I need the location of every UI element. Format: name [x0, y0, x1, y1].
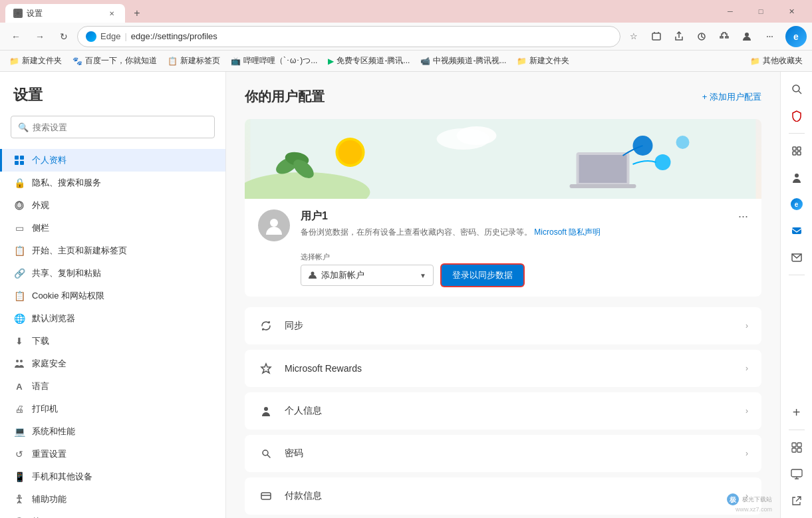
profile-banner	[245, 119, 761, 199]
sidebar-item-startpage[interactable]: 📋 开始、主页和新建标签页	[0, 239, 225, 262]
minimize-button[interactable]: ─	[715, 0, 745, 23]
active-tab[interactable]: 设置 ✕	[5, 4, 125, 23]
sidebar-item-family-label: 家庭安全	[32, 358, 67, 370]
bookmarks-end: 📁 其他收藏夹	[746, 53, 807, 69]
panel-outlook-button[interactable]	[785, 219, 809, 243]
sidebar-item-appearance-label: 外观	[32, 199, 49, 211]
sidebar-item-reset-label: 重置设置	[32, 448, 67, 460]
more-tools-button[interactable]: ···	[759, 26, 780, 47]
browser-essentials-button[interactable]	[691, 26, 712, 47]
bookmark-label: 新建文件夹	[529, 55, 569, 66]
tab-close-button[interactable]: ✕	[106, 8, 117, 19]
panel-add-button[interactable]: +	[785, 400, 809, 424]
sidebar-item-appearance[interactable]: 外观	[0, 194, 225, 217]
profile-more-menu[interactable]: ···	[738, 209, 748, 223]
share-button[interactable]	[668, 26, 690, 47]
search-box[interactable]: 🔍	[11, 116, 215, 138]
bookmark-item-folder2[interactable]: 📁 新建文件夹	[513, 53, 573, 69]
bookmark-item-tencent2[interactable]: 📹 中视频频道-腾讯视...	[416, 53, 510, 69]
account-dropdown[interactable]: 添加新帐户 ▼	[301, 265, 434, 286]
panel-external-button[interactable]	[785, 489, 809, 513]
panel-edge-button[interactable]: e	[785, 192, 809, 216]
settings-item-personal-info[interactable]: 个人信息 ›	[245, 392, 761, 430]
refresh-button[interactable]: ↻	[53, 26, 74, 47]
sidebar-item-family[interactable]: 家庭安全	[0, 352, 225, 375]
bookmark-item-tencent1[interactable]: ▶ 免费专区频道-腾讯...	[324, 53, 414, 69]
sidebar-item-cookies-label: Cookie 和网站权限	[32, 290, 104, 302]
settings-item-rewards[interactable]: Microsoft Rewards ›	[245, 350, 761, 387]
bookmark-item-baidu[interactable]: 🐾 百度一下，你就知道	[68, 53, 161, 69]
close-button[interactable]: ✕	[776, 0, 807, 23]
panel-message-button[interactable]	[785, 245, 809, 269]
sidebar-item-cookies[interactable]: 📋 Cookie 和网站权限	[0, 285, 225, 307]
sidebar-item-share[interactable]: 🔗 共享、复制和粘贴	[0, 262, 225, 285]
appearance-nav-icon	[13, 199, 25, 211]
bookmark-item-other[interactable]: 📁 其他收藏夹	[746, 53, 807, 69]
favorites-button[interactable]: ☆	[623, 26, 644, 47]
new-tab-button[interactable]: +	[128, 4, 146, 23]
maximize-button[interactable]: □	[745, 0, 776, 23]
forward-button[interactable]: →	[29, 26, 51, 47]
avatar	[258, 209, 290, 241]
back-button[interactable]: ←	[5, 26, 27, 47]
profile-desc-text: 备份浏览数据，在所有设备上查看收藏内容、密码、历史记录等。	[301, 227, 532, 237]
tab-bar: 设置 ✕ +	[5, 0, 715, 23]
privacy-link[interactable]: Microsoft 隐私声明	[534, 227, 601, 237]
settings-item-sync[interactable]: 同步 ›	[245, 307, 761, 344]
content-header: 你的用户配置 + 添加用户配置	[245, 88, 761, 106]
bookmark-item-bilibili[interactable]: 📺 哔哩哔哩（`･ω･)つ...	[227, 53, 321, 69]
profile-actions: 选择帐户 添加新帐户 ▼ 登录以同步数据	[245, 252, 761, 297]
add-profile-button[interactable]: + 添加用户配置	[702, 91, 761, 103]
sidebar-item-download[interactable]: ⬇ 下载	[0, 330, 225, 352]
sidebar-item-about[interactable]: 关于 Microsoft Edge	[0, 511, 225, 518]
sidebar-item-reset[interactable]: ↺ 重置设置	[0, 443, 225, 465]
extensions-button[interactable]	[714, 26, 735, 47]
panel-shield-button[interactable]	[785, 104, 809, 128]
svg-rect-1	[652, 33, 660, 40]
svg-point-19	[338, 140, 362, 164]
panel-settings-button[interactable]	[785, 436, 809, 459]
settings-section-payment: 付款信息 ›	[245, 477, 761, 515]
settings-item-payment[interactable]: 付款信息 ›	[245, 477, 761, 515]
svg-point-31	[264, 407, 268, 411]
profile-button[interactable]	[736, 26, 757, 47]
svg-line-37	[799, 91, 801, 94]
profile-info: 用户1 备份浏览数据，在所有设备上查看收藏内容、密码、历史记录等。 Micros…	[245, 199, 761, 252]
svg-rect-43	[792, 227, 801, 234]
sidebar-item-accessibility[interactable]: 辅助功能	[0, 488, 225, 511]
address-prefix: Edge	[100, 31, 120, 41]
svg-rect-23	[579, 155, 627, 183]
print-nav-icon: 🖨	[13, 403, 25, 415]
sidebar-item-sidebar[interactable]: ▭ 侧栏	[0, 217, 225, 239]
svg-rect-5	[20, 156, 24, 160]
profile-nav-icon	[13, 154, 25, 166]
settings-item-password[interactable]: 密码 ›	[245, 435, 761, 472]
sidebar-item-profile[interactable]: 个人资料	[0, 149, 225, 172]
bookmark-icon-tencent1: ▶	[328, 57, 334, 66]
bookmark-label: 新建文件夹	[22, 55, 62, 66]
bookmark-item-folder1[interactable]: 📁 新建文件夹	[5, 53, 66, 69]
sidebar-item-browser[interactable]: 🌐 默认浏览器	[0, 307, 225, 330]
sidebar-item-privacy[interactable]: 🔒 隐私、搜索和服务	[0, 172, 225, 194]
address-bar[interactable]: Edge | edge://settings/profiles	[77, 26, 620, 47]
panel-profile-button[interactable]	[785, 166, 809, 190]
search-input[interactable]	[33, 122, 207, 132]
sidebar-item-print[interactable]: 🖨 打印机	[0, 398, 225, 420]
panel-collections-button[interactable]	[785, 139, 809, 163]
tab-settings-icon	[13, 9, 23, 18]
panel-search-button[interactable]	[785, 77, 809, 101]
panel-monitor-button[interactable]	[785, 462, 809, 486]
sync-button[interactable]: 登录以同步数据	[442, 265, 523, 286]
svg-point-28	[270, 219, 278, 227]
svg-point-11	[19, 495, 21, 497]
bookmark-item-newtab[interactable]: 📋 新建标签页	[164, 53, 224, 69]
privacy-nav-icon: 🔒	[13, 177, 25, 189]
sidebar-item-system[interactable]: 💻 系统和性能	[0, 420, 225, 443]
sidebar-item-accessibility-label: 辅助功能	[32, 493, 67, 505]
collections-button[interactable]	[646, 26, 667, 47]
sidebar-item-language[interactable]: A 语言	[0, 375, 225, 398]
family-nav-icon	[13, 358, 25, 370]
sidebar-item-mobile[interactable]: 📱 手机和其他设备	[0, 465, 225, 488]
bookmark-label: 免费专区频道-腾讯...	[337, 55, 410, 66]
bookmark-label: 中视频频道-腾讯视...	[433, 55, 506, 66]
